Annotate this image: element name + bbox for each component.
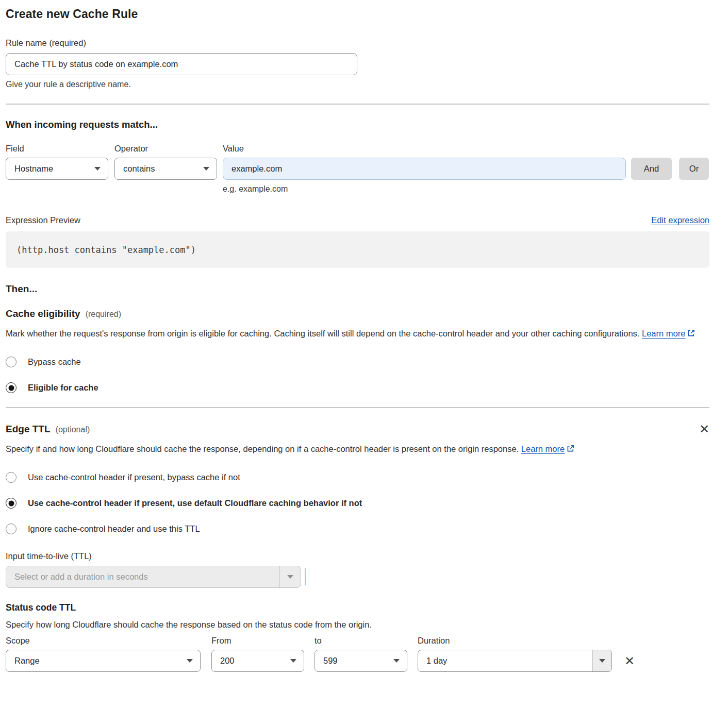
radio-eligible-for-cache[interactable]: Eligible for cache [6,382,709,393]
chevron-down-icon [187,659,193,663]
chevron-down-icon [393,659,400,663]
operator-select[interactable]: contains [114,158,217,180]
field-select-value: Hostname [14,164,53,174]
operator-label: Operator [114,144,217,154]
from-select[interactable]: 200 [211,650,304,672]
radio-label: Ignore cache-control header and use this… [28,524,200,534]
radio-icon[interactable] [6,382,16,393]
expression-preview-box: (http.host contains "example.com") [6,231,709,268]
chevron-down-icon [290,659,296,663]
external-link-icon [687,327,696,342]
chevron-down-icon [287,575,293,579]
optional-tag: (optional) [56,425,90,434]
cache-eligibility-description-text: Mark whether the request's response from… [6,329,639,338]
duration-select[interactable]: 1 day [418,650,612,672]
required-tag: (required) [86,310,121,319]
status-controls-row: Range 200 599 1 day ✕ [6,650,709,672]
edge-ttl-heading: Edge TTL [6,424,51,435]
value-label: Value [223,144,244,154]
cache-eligibility-heading-row: Cache eligibility (required) [6,308,709,319]
expression-preview-label: Expression Preview [6,215,80,225]
chevron-down-icon [94,167,101,171]
scope-label: Scope [6,636,201,646]
field-label: Field [6,144,108,154]
radio-use-header-default[interactable]: Use cache-control header if present, use… [6,498,709,509]
chevron-down-icon [599,659,605,663]
radio-icon[interactable] [6,472,16,483]
expression-header: Expression Preview Edit expression [6,215,709,225]
close-icon[interactable]: ✕ [699,424,709,435]
radio-icon[interactable] [6,524,16,534]
chevron-down-icon [203,167,209,171]
radio-label: Eligible for cache [28,383,98,393]
edge-ttl-heading-row: Edge TTL (optional) [6,424,90,435]
edge-ttl-description: Specify if and how long Cloudflare shoul… [6,442,575,457]
radio-ignore-header-ttl[interactable]: Ignore cache-control header and use this… [6,524,709,534]
remove-row-icon[interactable]: ✕ [624,655,635,667]
to-select[interactable]: 599 [315,650,407,672]
edge-ttl-header-row: Edge TTL (optional) ✕ [6,424,709,435]
radio-label: Use cache-control header if present, byp… [28,472,240,482]
text-cursor [305,568,306,585]
page-title: Create new Cache Rule [6,7,709,21]
radio-icon[interactable] [6,357,16,367]
expression-code: (http.host contains "example.com") [16,245,196,255]
edit-expression-link[interactable]: Edit expression [651,215,709,225]
learn-more-link[interactable]: Learn more [642,329,685,338]
ttl-select-arrow-cell[interactable] [279,566,301,587]
and-button[interactable]: And [631,158,672,180]
edge-ttl-description-text: Specify if and how long Cloudflare shoul… [6,444,519,453]
match-heading: When incoming requests match... [6,119,709,130]
rule-name-input[interactable] [6,53,357,75]
radio-icon[interactable] [6,498,16,509]
scope-select[interactable]: Range [6,650,201,672]
divider [6,407,709,408]
duration-select-arrow-cell[interactable] [592,650,611,671]
radio-label: Use cache-control header if present, use… [28,498,362,508]
cache-eligibility-description: Mark whether the request's response from… [6,326,699,342]
or-button[interactable]: Or [679,158,709,180]
cache-eligibility-heading: Cache eligibility [6,308,80,319]
from-select-value: 200 [220,656,235,666]
match-controls-row: Hostname contains And Or [6,158,709,180]
learn-more-link[interactable]: Learn more [521,444,565,453]
status-labels-row: Scope From to Duration [6,636,709,646]
create-cache-rule-form: Create new Cache Rule Rule name (require… [0,0,728,672]
radio-bypass-cache[interactable]: Bypass cache [6,357,709,367]
to-label: to [315,636,407,646]
ttl-input-label: Input time-to-live (TTL) [6,551,709,561]
from-label: From [211,636,304,646]
external-link-icon [566,443,575,457]
field-select[interactable]: Hostname [6,158,108,180]
match-labels-row: Field Operator Value [6,144,709,154]
divider [6,104,709,105]
ttl-duration-select[interactable] [6,566,301,588]
status-code-ttl-heading: Status code TTL [6,602,709,613]
status-code-ttl-description: Specify how long Cloudflare should cache… [6,620,709,630]
to-select-value: 599 [323,656,338,666]
rule-name-label: Rule name (required) [6,38,709,48]
ttl-duration-input[interactable] [6,566,279,587]
operator-select-value: contains [123,164,155,174]
ttl-select-wrap [6,566,709,588]
radio-label: Bypass cache [28,357,81,367]
value-help: e.g. example.com [223,184,709,194]
radio-use-header-bypass[interactable]: Use cache-control header if present, byp… [6,472,709,483]
duration-label: Duration [418,636,450,646]
then-heading: Then... [6,283,709,295]
duration-select-value: 1 day [418,650,592,671]
value-input[interactable] [223,158,626,180]
scope-select-value: Range [14,656,40,666]
rule-name-help: Give your rule a descriptive name. [6,80,709,89]
